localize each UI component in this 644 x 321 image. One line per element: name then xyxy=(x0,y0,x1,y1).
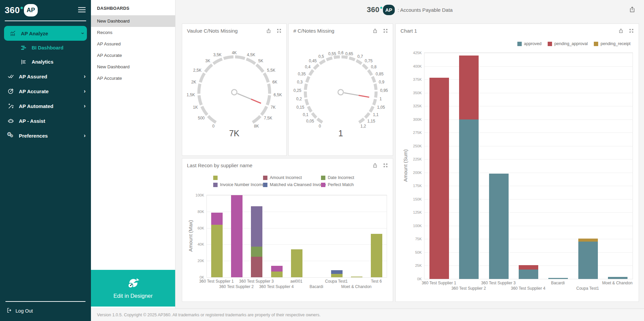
bar-segment xyxy=(231,195,243,277)
export-icon[interactable] xyxy=(266,28,271,34)
footer-text: Version 1.0.5. Copyright © 2025 AP360. A… xyxy=(97,313,321,317)
gauge-arc-segment xyxy=(200,73,204,82)
logout-button[interactable]: Log Out xyxy=(5,307,86,318)
panel-header: Last Recon by supplier name xyxy=(182,158,393,169)
gauge-arc-segment xyxy=(320,61,325,64)
gauge-arc-segment xyxy=(310,70,313,75)
header-logo-360: 360 xyxy=(367,5,380,14)
sidebar-item-ap-accurate[interactable]: AP Accurate › xyxy=(0,84,91,99)
gauge-tick-label: 2,5K xyxy=(193,68,202,73)
x-tick-label: 360 Test Supplier 3 xyxy=(481,281,516,285)
page-title: : Accounts Payable Data xyxy=(398,7,453,13)
gauge-tick-label: 0,55 xyxy=(328,51,336,56)
sidebar-divider xyxy=(5,21,86,21)
sidebar-item-label: AP - Assist xyxy=(19,118,86,124)
gauge-needle-tip xyxy=(359,95,369,97)
legend-item: Date Incorrect xyxy=(321,175,354,180)
legend-label: Invoice Number Incorrect xyxy=(220,182,267,187)
legend-label: Matched via Cleansed Invoice xyxy=(270,182,326,187)
bar-chart-panel-last-recon: Last Recon by supplier name Amount Incor… xyxy=(182,158,393,302)
hamburger-icon[interactable] xyxy=(78,7,86,14)
dashboard-list-item[interactable]: New Dashboard xyxy=(91,15,175,27)
gauge-tick-label: 0,6 xyxy=(338,50,344,55)
y-tick-label: 150K xyxy=(413,197,422,201)
gauge-tick-label: 1K xyxy=(193,105,198,110)
sidebar-item-ap-assured[interactable]: AP Assured › xyxy=(0,69,91,84)
sidebar-item-analytics[interactable]: Analytics xyxy=(0,55,91,69)
y-tick-label: 225K xyxy=(413,157,422,161)
gauge-arc-segment xyxy=(269,84,270,94)
gauge-arc-segment xyxy=(199,95,201,105)
sidebar-footer: Log Out xyxy=(0,301,91,321)
export-icon[interactable] xyxy=(372,163,378,168)
gauge-tick-label: 6,5K xyxy=(273,93,282,97)
sidebar-item-label: Preferences xyxy=(19,133,84,139)
gauge-arc-segment xyxy=(305,84,307,90)
fullscreen-icon[interactable] xyxy=(383,163,388,168)
dashboard-list-item[interactable]: AP Assured xyxy=(91,38,175,50)
export-icon[interactable] xyxy=(629,6,636,14)
bar-segment xyxy=(271,266,283,272)
version-footer: Version 1.0.5. Copyright © 2025 AP360. A… xyxy=(91,309,644,321)
dashboard-list-item[interactable]: New Dashboard xyxy=(91,61,175,73)
sidebar-item-ap-automated[interactable]: AP Automated › xyxy=(0,99,91,113)
gauge-chart: 00,050,10,150,20,250,30,350,40,450,50,55… xyxy=(289,35,393,152)
sidebar-item-bi-dashboard[interactable]: BI Dashboard xyxy=(0,41,91,55)
x-tick-label: Coupa Test1 xyxy=(325,279,348,284)
x-tick-label: 360 Test Supplier 1 xyxy=(422,281,456,285)
plot-area: 0K25K50K75K100K125K150K175K200K225K250K2… xyxy=(424,52,633,279)
export-icon[interactable] xyxy=(372,28,378,34)
sidebar-item-preferences[interactable]: ⚙⚙ Preferences › xyxy=(0,128,91,143)
gauge-tick-label: 0,35 xyxy=(298,72,306,76)
bar-segment xyxy=(291,249,302,277)
chevron-right-icon: › xyxy=(84,133,86,138)
gauge-tick-label: 0,8 xyxy=(371,65,377,69)
gauge-arc-segment xyxy=(359,119,364,122)
legend-swatch xyxy=(213,176,218,180)
y-tick-label: 100K xyxy=(195,193,204,197)
bar-column xyxy=(311,195,322,277)
gauge-arc-segment xyxy=(305,92,305,98)
gauge-tick-label: 1,5K xyxy=(187,93,195,97)
gauge-tick-label: 0,1 xyxy=(303,112,309,117)
y-tick-label: 20K xyxy=(197,259,204,263)
edit-in-designer-button[interactable]: Edit in Designer xyxy=(91,270,175,307)
sidebar-item-ap-analyze[interactable]: AP Analyze › xyxy=(4,26,87,41)
designer-pie-icon xyxy=(126,277,140,291)
gauge-needle xyxy=(237,94,251,99)
bar-column xyxy=(231,195,243,277)
fullscreen-icon[interactable] xyxy=(383,28,388,33)
bar-column xyxy=(489,53,509,279)
bar-segment xyxy=(459,56,479,119)
gauge-needle-hub xyxy=(232,90,237,95)
dashboard-list-item[interactable]: AP Accurate xyxy=(91,50,175,61)
y-tick-label: 350K xyxy=(413,91,422,95)
x-tick-label: ael001 xyxy=(290,279,302,284)
gauge-arc-segment xyxy=(307,77,309,82)
dashboard-list-item[interactable]: AP Accurate xyxy=(91,73,175,84)
gauge-arc-segment xyxy=(253,116,260,122)
analytics-lines-icon xyxy=(18,59,29,65)
legend-label: Amount Incorrect xyxy=(270,175,302,180)
sidebar-item-ap-assist[interactable]: AP - Assist xyxy=(0,113,91,128)
y-tick-label: 80K xyxy=(197,210,204,214)
gauge-arc-segment xyxy=(247,59,255,64)
fullscreen-icon[interactable] xyxy=(277,28,282,33)
gauge-tick-label: 1,1 xyxy=(373,112,379,117)
sidebar: 360 AP AP Analyze › xyxy=(0,0,91,321)
dashboard-list: New DashboardReconsAP AssuredAP Accurate… xyxy=(91,15,175,84)
bar-segment xyxy=(489,174,509,279)
gauge-arc-segment xyxy=(208,116,216,122)
gauge-arc-segment xyxy=(256,65,263,72)
bar-column xyxy=(251,195,262,277)
target-icon xyxy=(5,88,16,95)
gauge-tick-label: 0,25 xyxy=(293,88,301,93)
x-tick-label: 360 Test Supplier 4 xyxy=(259,284,294,289)
analyze-chart-icon xyxy=(7,30,18,37)
dashboard-list-item[interactable]: Recons xyxy=(91,27,175,38)
header-logo-ap-badge: AP xyxy=(383,5,395,15)
gauge-arc-segment xyxy=(202,106,207,115)
legend-item: Matched via Cleansed Invoice xyxy=(263,182,321,187)
bar-chart: Amount (Max) 0K20K40K60K80K100K 360 Test… xyxy=(182,188,393,301)
sidebar-item-label: AP Automated xyxy=(19,103,84,109)
